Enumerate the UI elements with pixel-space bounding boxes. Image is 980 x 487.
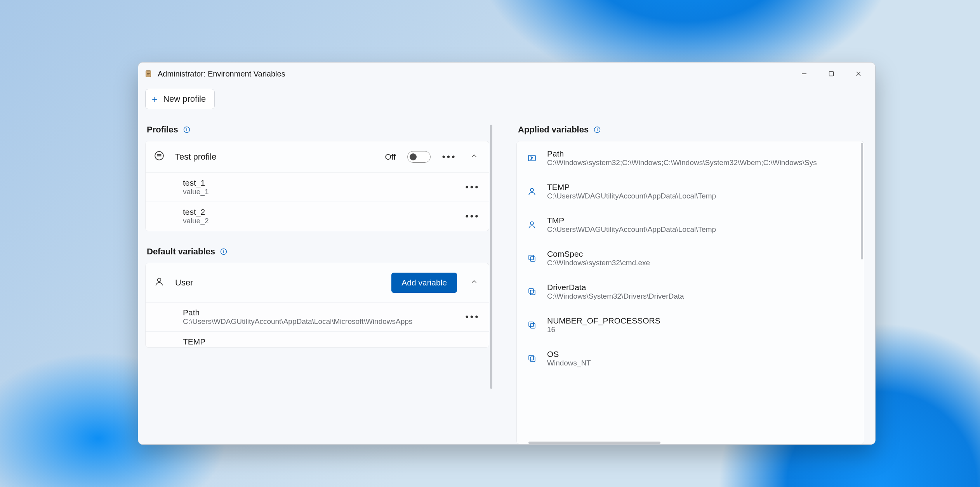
close-button[interactable]: [845, 64, 872, 83]
profile-menu-icon: [154, 151, 164, 163]
var-more-button[interactable]: •••: [465, 182, 480, 193]
applied-var-row[interactable]: TMPC:\Users\WDAGUtilityAccount\AppData\L…: [517, 208, 864, 242]
var-name: DriverData: [547, 283, 854, 292]
profile-toggle[interactable]: [407, 151, 431, 163]
user-vars-panel: User Add variable Path C:\Users\WDAGUtil…: [145, 263, 489, 348]
default-vars-section-header: Default variables: [145, 247, 489, 257]
default-vars-label: Default variables: [147, 247, 215, 257]
var-value: value_2: [183, 217, 457, 225]
profile-header-row[interactable]: Test profile Off •••: [146, 141, 489, 173]
var-name: test_2: [183, 207, 457, 217]
svg-rect-10: [530, 257, 535, 261]
user-icon: [527, 220, 537, 230]
var-name: test_1: [183, 178, 457, 188]
svg-point-5: [158, 278, 161, 282]
svg-rect-16: [530, 357, 535, 362]
plus-icon: +: [152, 94, 158, 104]
user-section-header-row[interactable]: User Add variable: [146, 263, 489, 303]
user-icon: [527, 187, 537, 196]
copy-icon: [527, 254, 537, 263]
app-icon: [144, 69, 153, 78]
var-more-button[interactable]: •••: [465, 311, 480, 322]
user-var-row[interactable]: Path C:\Users\WDAGUtilityAccount\AppData…: [146, 303, 489, 332]
var-name: TEMP: [547, 183, 854, 192]
environment-variables-window: Administrator: Environment Variables + N…: [138, 62, 876, 445]
svg-rect-14: [530, 324, 535, 328]
var-value: C:\Windows\system32;C:\Windows;C:\Window…: [547, 158, 854, 167]
profile-var-row[interactable]: test_2 value_2 •••: [146, 202, 489, 231]
toggle-state-label: Off: [385, 152, 396, 162]
applied-var-row[interactable]: OSWindows_NT: [517, 342, 864, 375]
var-name: ComSpec: [547, 249, 854, 259]
var-value: C:\Users\WDAGUtilityAccount\AppData\Loca…: [547, 192, 854, 200]
var-value: Windows_NT: [547, 359, 854, 367]
minimize-button[interactable]: [791, 64, 818, 83]
svg-point-8: [530, 188, 533, 191]
profile-panel: Test profile Off ••• test_1 value_1 •••: [145, 141, 489, 231]
var-value: value_1: [183, 188, 457, 196]
svg-rect-11: [529, 255, 533, 260]
copy-icon: [527, 320, 537, 330]
maximize-button[interactable]: [818, 64, 845, 83]
titlebar[interactable]: Administrator: Environment Variables: [138, 63, 875, 85]
profile-more-button[interactable]: •••: [441, 151, 457, 162]
applied-var-row[interactable]: TEMPC:\Users\WDAGUtilityAccount\AppData\…: [517, 175, 864, 208]
scrollbar-vertical[interactable]: [490, 125, 492, 389]
scrollbar-vertical[interactable]: [861, 143, 863, 259]
profile-var-row[interactable]: test_1 value_1 •••: [146, 173, 489, 202]
var-value: C:\Windows\System32\Drivers\DriverData: [547, 292, 854, 301]
chevron-up-icon[interactable]: [468, 278, 480, 288]
svg-rect-12: [530, 290, 535, 295]
var-name: NUMBER_OF_PROCESSORS: [547, 316, 854, 325]
var-value: C:\Users\WDAGUtilityAccount\AppData\Loca…: [183, 317, 457, 326]
var-value: C:\Users\WDAGUtilityAccount\AppData\Loca…: [547, 225, 854, 234]
new-profile-button[interactable]: + New profile: [145, 89, 215, 109]
svg-rect-7: [528, 155, 535, 161]
var-more-button[interactable]: •••: [465, 211, 480, 222]
new-profile-label: New profile: [163, 94, 206, 104]
profiles-section-header: Profiles: [145, 125, 489, 135]
applied-vars-section-header: Applied variables: [516, 125, 864, 135]
svg-rect-15: [529, 322, 533, 327]
copy-icon: [527, 354, 537, 363]
svg-rect-17: [529, 355, 533, 360]
var-name: Path: [183, 308, 457, 317]
var-value: C:\Windows\system32\cmd.exe: [547, 259, 854, 267]
info-icon[interactable]: [220, 248, 228, 256]
applied-var-row[interactable]: ComSpecC:\Windows\system32\cmd.exe: [517, 242, 864, 275]
chevron-up-icon[interactable]: [468, 152, 480, 162]
svg-rect-0: [146, 71, 151, 77]
toolbar: + New profile: [138, 85, 875, 109]
user-icon: [154, 277, 164, 289]
profiles-label: Profiles: [147, 125, 178, 135]
profile-name: Test profile: [175, 152, 374, 162]
svg-rect-1: [829, 72, 834, 76]
applied-var-row[interactable]: PathC:\Windows\system32;C:\Windows;C:\Wi…: [517, 141, 864, 175]
var-name: Path: [547, 149, 854, 158]
var-value: 16: [547, 325, 854, 334]
svg-rect-13: [529, 289, 533, 293]
add-variable-button[interactable]: Add variable: [391, 273, 457, 293]
copy-icon: [527, 287, 537, 296]
user-section-label: User: [175, 278, 381, 288]
window-title: Administrator: Environment Variables: [158, 70, 285, 78]
info-icon[interactable]: [593, 126, 601, 134]
var-name: TMP: [547, 216, 854, 225]
var-name: OS: [547, 350, 854, 359]
applied-var-row[interactable]: DriverDataC:\Windows\System32\Drivers\Dr…: [517, 275, 864, 308]
info-icon[interactable]: [183, 126, 191, 134]
rename-icon: [527, 153, 537, 163]
user-var-row[interactable]: TEMP: [146, 332, 489, 347]
applied-variables-list: PathC:\Windows\system32;C:\Windows;C:\Wi…: [517, 141, 864, 375]
scrollbar-horizontal[interactable]: [528, 442, 660, 444]
applied-vars-label: Applied variables: [518, 125, 589, 135]
var-name: TEMP: [183, 337, 480, 346]
applied-var-row[interactable]: NUMBER_OF_PROCESSORS16: [517, 308, 864, 342]
svg-point-9: [530, 222, 533, 225]
